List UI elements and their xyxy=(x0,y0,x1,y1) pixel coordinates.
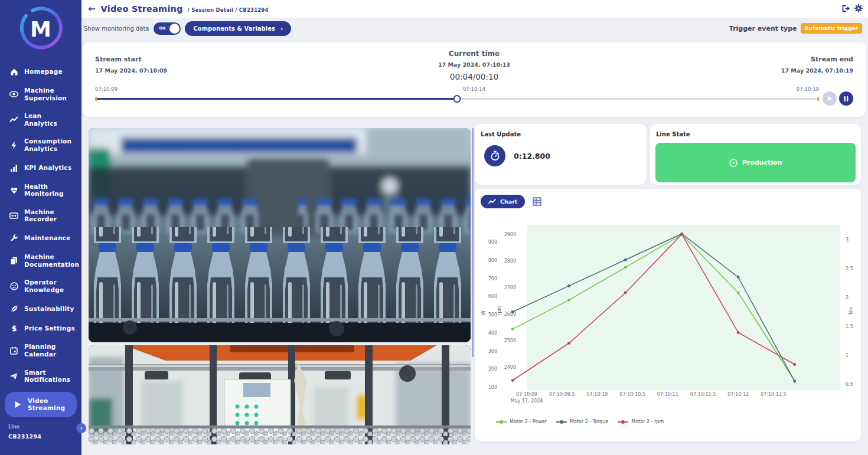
back-button[interactable]: ← xyxy=(88,4,96,14)
timeline: 07:10:09 07:10:14 07:10:19 xyxy=(95,85,853,112)
svg-text:07:10:10: 07:10:10 xyxy=(586,392,608,397)
chevron-left-icon: ‹ xyxy=(80,425,82,431)
main-area: ← Video Streaming / Session Detail / CB2… xyxy=(81,0,868,455)
toggle-knob xyxy=(169,24,180,34)
sidebar-item-homepage[interactable]: Homepage xyxy=(0,63,81,81)
docs-icon xyxy=(9,256,18,265)
knowledge-icon xyxy=(9,281,18,290)
video-stream-frame-1[interactable] xyxy=(89,128,471,342)
monitoring-toggle[interactable]: ON xyxy=(154,22,181,35)
chart-view-button[interactable]: Chart xyxy=(481,195,525,208)
automatic-trigger-badge: Automatic trigger xyxy=(801,23,862,34)
sidebar-item-video-streaming[interactable]: Video Streaming xyxy=(5,392,77,417)
svg-text:$: $ xyxy=(11,324,17,332)
sidebar-item-maintenance[interactable]: Maintenance xyxy=(0,229,81,247)
play-button[interactable] xyxy=(823,91,837,106)
sidebar-item-consumption-analytics[interactable]: Consumption Analytics xyxy=(0,133,81,157)
chart-card: Chart 1002003004005006007008009002400250… xyxy=(475,189,861,441)
gear-icon[interactable] xyxy=(854,4,863,15)
pause-button[interactable] xyxy=(839,91,853,106)
svg-text:W: W xyxy=(481,310,487,315)
breadcrumb-id: / CB231294 xyxy=(235,7,268,13)
breadcrumb-session: / Session Detail xyxy=(188,7,233,13)
sidebar-line-block: Line CB231294 xyxy=(8,424,81,440)
svg-text:2500: 2500 xyxy=(504,338,516,343)
chart-legend: Motor 2 - Power Motor 2 - Torque Motor 2… xyxy=(496,419,664,424)
timeline-end-label: 07:10:19 xyxy=(797,86,819,92)
last-update-title: Last Update xyxy=(481,131,647,138)
svg-text:07:10:10.5: 07:10:10.5 xyxy=(619,392,645,397)
line-label: Line xyxy=(8,424,81,430)
legend-item-power[interactable]: Motor 2 - Power xyxy=(496,419,547,424)
send-icon xyxy=(9,372,18,381)
current-time-block: Current time 17 May 2024, 07:10:13 00:04… xyxy=(83,50,866,81)
table-view-button[interactable] xyxy=(533,197,541,206)
sidebar-collapse-button[interactable]: ‹ xyxy=(76,423,86,433)
eye-icon xyxy=(9,90,18,99)
app-logo: M xyxy=(0,0,81,52)
last-update-card: Last Update 0:12.800 xyxy=(475,124,647,185)
svg-text:2800: 2800 xyxy=(504,258,516,264)
timeline-current-label: 07:10:14 xyxy=(463,86,485,92)
dollar-icon: $ xyxy=(9,323,18,332)
current-time-value: 17 May 2024, 07:10:13 xyxy=(83,61,866,68)
legend-marker-torque xyxy=(556,421,567,423)
show-monitoring-label: Show monitoring data xyxy=(84,25,149,32)
svg-text:2700: 2700 xyxy=(504,285,516,290)
sidebar-item-smart-notifications[interactable]: Smart Notifications xyxy=(0,364,81,388)
timeline-end-marker xyxy=(817,97,819,101)
components-variables-button[interactable]: Components & Variables › xyxy=(185,21,291,36)
line-state-value: Production xyxy=(742,159,782,166)
home-icon xyxy=(9,67,18,76)
svg-text:500: 500 xyxy=(488,312,497,317)
components-variables-label: Components & Variables xyxy=(193,25,275,32)
svg-text:rpm: rpm xyxy=(497,306,502,315)
line-state-card: Line State Production xyxy=(650,124,861,185)
stream-end-label: Stream end xyxy=(781,55,853,63)
sidebar: M HomepageMachine SupervisionLean Analyt… xyxy=(0,0,81,455)
sidebar-item-planning-calendar[interactable]: Planning Calendar xyxy=(0,338,81,362)
line-state-banner: Production xyxy=(655,143,856,182)
topbar: ← Video Streaming / Session Detail / CB2… xyxy=(81,0,868,18)
video-stream-frame-2[interactable] xyxy=(89,345,471,444)
motor-line-chart[interactable]: 1002003004005006007008009002400250026002… xyxy=(479,217,857,412)
toggle-state-label: ON xyxy=(159,26,165,31)
stream-end-value: 17 May 2024, 07:10:19 xyxy=(781,67,853,74)
play-circle-icon xyxy=(729,159,738,167)
pause-icon xyxy=(844,96,849,102)
legend-marker-power xyxy=(496,421,507,423)
sidebar-item-machine-recorder[interactable]: Machine Recorder xyxy=(0,204,81,228)
sidebar-item-health-monitoring[interactable]: Health Monitoring xyxy=(0,178,81,202)
panel-scrollbar[interactable] xyxy=(472,128,474,357)
share-export-icon[interactable] xyxy=(841,4,850,15)
svg-text:600: 600 xyxy=(488,294,497,299)
timeline-start-marker xyxy=(95,97,97,101)
svg-text:07:10:09: 07:10:09 xyxy=(516,392,537,397)
legend-label-power: Motor 2 - Power xyxy=(510,419,547,424)
sidebar-item-sustainability[interactable]: Sustainability xyxy=(0,299,81,317)
sidebar-item-operator-knowledge[interactable]: Operator Knowledge xyxy=(0,274,81,298)
svg-text:100: 100 xyxy=(488,385,497,390)
legend-item-rpm[interactable]: Motor 2 - rpm xyxy=(618,419,664,424)
svg-text:0.5: 0.5 xyxy=(846,382,853,387)
timeline-track[interactable] xyxy=(95,98,819,100)
svg-text:700: 700 xyxy=(488,276,497,281)
chart-button-label: Chart xyxy=(500,198,517,205)
chevron-right-icon: › xyxy=(280,25,283,32)
svg-text:3: 3 xyxy=(846,237,849,243)
page-title: Video Streaming xyxy=(101,4,183,14)
trigger-event-type-label: Trigger event type xyxy=(729,25,797,32)
sidebar-item-machine-supervision[interactable]: Machine Supervision xyxy=(0,82,81,106)
timeline-handle[interactable] xyxy=(453,95,461,103)
line-chart-icon xyxy=(488,199,496,204)
sidebar-item-price-settings[interactable]: $Price Settings xyxy=(0,319,81,337)
legend-label-rpm: Motor 2 - rpm xyxy=(631,419,664,424)
play-icon xyxy=(827,96,833,102)
legend-item-torque[interactable]: Motor 2 - Torque xyxy=(556,419,608,424)
sidebar-item-lean-analytics[interactable]: Lean Analytics xyxy=(0,107,81,132)
sidebar-item-kpi-analytics[interactable]: KPI Analytics xyxy=(0,159,81,177)
current-time-label: Current time xyxy=(83,50,866,58)
bolt-icon xyxy=(9,140,18,149)
sidebar-item-machine-documentation[interactable]: Machine Documentation xyxy=(0,248,81,273)
svg-text:800: 800 xyxy=(488,258,497,263)
